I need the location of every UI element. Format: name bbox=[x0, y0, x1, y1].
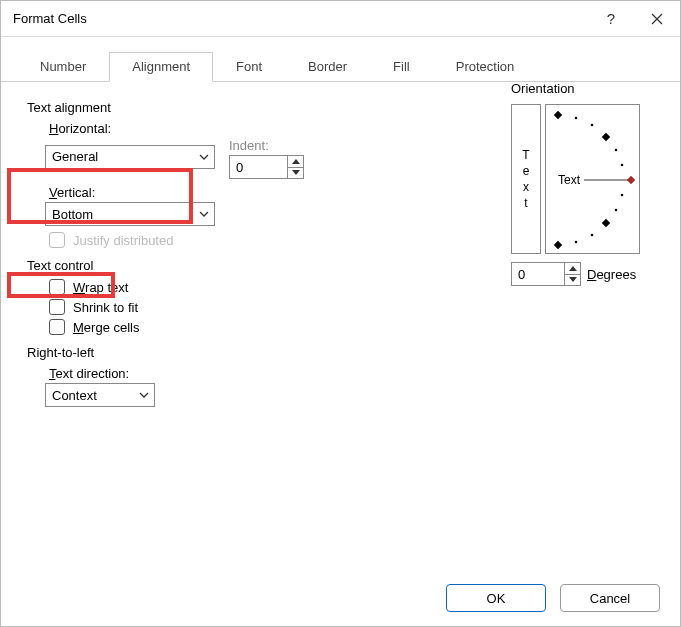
indent-up[interactable] bbox=[288, 156, 303, 168]
tab-border[interactable]: Border bbox=[285, 52, 370, 82]
tabs: Number Alignment Font Border Fill Protec… bbox=[1, 37, 680, 82]
svg-rect-6 bbox=[627, 176, 635, 184]
degrees-label: Degrees bbox=[587, 267, 636, 282]
svg-point-9 bbox=[591, 124, 594, 127]
orient-vert-char: e bbox=[523, 164, 530, 178]
close-icon bbox=[651, 13, 663, 25]
svg-point-13 bbox=[621, 194, 624, 197]
justify-distributed-label: Justify distributed bbox=[73, 233, 173, 248]
tab-number[interactable]: Number bbox=[17, 52, 109, 82]
degrees-down[interactable] bbox=[565, 275, 580, 286]
ok-button[interactable]: OK bbox=[446, 584, 546, 612]
vertical-combo[interactable]: Bottom bbox=[45, 202, 215, 226]
chevron-down-icon bbox=[194, 146, 214, 168]
svg-point-16 bbox=[591, 234, 594, 237]
rtl-heading: Right-to-left bbox=[27, 345, 660, 360]
text-direction-value: Context bbox=[46, 384, 134, 406]
svg-marker-19 bbox=[569, 266, 577, 271]
svg-marker-20 bbox=[569, 277, 577, 282]
degrees-spinner[interactable]: 0 bbox=[511, 262, 581, 286]
orient-vert-char: T bbox=[522, 148, 529, 162]
dialog-title: Format Cells bbox=[1, 11, 588, 26]
orientation-dial[interactable]: Text bbox=[545, 104, 640, 254]
wrap-text-label: Wrap text bbox=[73, 280, 128, 295]
degrees-value: 0 bbox=[512, 263, 564, 285]
svg-text:Text: Text bbox=[558, 173, 581, 187]
cancel-button[interactable]: Cancel bbox=[560, 584, 660, 612]
merge-cells-checkbox[interactable] bbox=[49, 319, 65, 335]
merge-cells-label: Merge cells bbox=[73, 320, 139, 335]
wrap-text-checkbox[interactable] bbox=[49, 279, 65, 295]
shrink-to-fit-row[interactable]: Shrink to fit bbox=[49, 299, 660, 315]
tab-protection[interactable]: Protection bbox=[433, 52, 538, 82]
orientation-vertical-button[interactable]: T e x t bbox=[511, 104, 541, 254]
help-button[interactable]: ? bbox=[588, 1, 634, 37]
chevron-down-icon bbox=[134, 384, 154, 406]
svg-point-14 bbox=[615, 209, 618, 212]
orientation-dial-graphic: Text bbox=[546, 105, 641, 255]
justify-distributed-checkbox bbox=[49, 232, 65, 248]
tab-fill[interactable]: Fill bbox=[370, 52, 433, 82]
orientation-section: Orientation T e x t Text bbox=[511, 81, 656, 286]
horizontal-combo[interactable]: General bbox=[45, 145, 215, 169]
close-button[interactable] bbox=[634, 1, 680, 37]
shrink-to-fit-label: Shrink to fit bbox=[73, 300, 138, 315]
svg-rect-15 bbox=[602, 219, 610, 227]
tab-font[interactable]: Font bbox=[213, 52, 285, 82]
indent-value: 0 bbox=[230, 156, 287, 178]
vertical-value: Bottom bbox=[46, 203, 194, 225]
svg-rect-7 bbox=[554, 111, 562, 119]
text-direction-label: Text direction: bbox=[49, 366, 660, 381]
help-icon: ? bbox=[607, 10, 615, 27]
svg-marker-2 bbox=[292, 159, 300, 164]
svg-marker-3 bbox=[292, 170, 300, 175]
horizontal-value: General bbox=[46, 146, 194, 168]
orient-vert-char: x bbox=[523, 180, 529, 194]
merge-cells-row[interactable]: Merge cells bbox=[49, 319, 660, 335]
indent-label: Indent: bbox=[229, 138, 304, 153]
orientation-heading: Orientation bbox=[511, 81, 656, 96]
orient-vert-char: t bbox=[524, 196, 527, 210]
dialog-buttons: OK Cancel bbox=[446, 584, 660, 612]
format-cells-dialog: Format Cells ? Number Alignment Font Bor… bbox=[0, 0, 681, 627]
chevron-down-icon bbox=[194, 203, 214, 225]
degrees-up[interactable] bbox=[565, 263, 580, 275]
svg-rect-18 bbox=[554, 241, 562, 249]
tab-alignment[interactable]: Alignment bbox=[109, 52, 213, 82]
svg-point-17 bbox=[575, 241, 578, 244]
titlebar: Format Cells ? bbox=[1, 1, 680, 37]
text-direction-combo[interactable]: Context bbox=[45, 383, 155, 407]
svg-point-11 bbox=[615, 149, 618, 152]
svg-point-12 bbox=[621, 164, 624, 167]
indent-down[interactable] bbox=[288, 168, 303, 179]
shrink-to-fit-checkbox[interactable] bbox=[49, 299, 65, 315]
svg-rect-10 bbox=[602, 133, 610, 141]
svg-point-8 bbox=[575, 117, 578, 120]
indent-spinner[interactable]: 0 bbox=[229, 155, 304, 179]
